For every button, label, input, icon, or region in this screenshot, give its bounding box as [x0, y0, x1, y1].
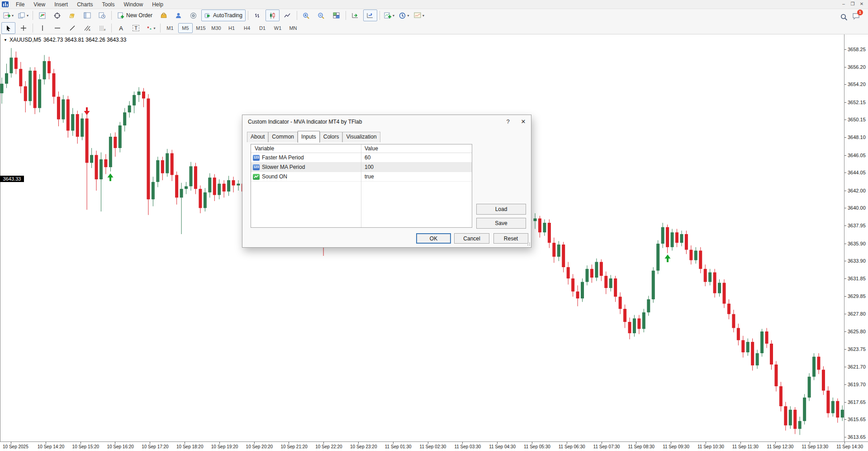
time-tick: 11 Sep 10:30	[697, 444, 724, 449]
toolbar-separator	[297, 11, 297, 20]
menu-item-window[interactable]: Window	[119, 1, 148, 8]
price-tick: 3658.25	[848, 47, 866, 52]
parameter-value[interactable]: 100	[361, 163, 374, 172]
channel-tool-button[interactable]: E	[80, 22, 94, 34]
crosshair-tool-button[interactable]	[16, 22, 30, 34]
price-tick: 3621.70	[848, 364, 866, 369]
arrows-tool-button[interactable]: ▾	[144, 22, 158, 34]
indicators-button[interactable]: ▾	[382, 10, 396, 21]
tab-about[interactable]: About	[247, 132, 268, 142]
table-row[interactable]: Sound ONtrue	[251, 172, 472, 182]
dialog-title: Custom Indicator - MVA Indicator MT4 by …	[248, 119, 362, 125]
horizontal-line-tool-button[interactable]	[50, 22, 64, 34]
candlestick-chart-button[interactable]	[266, 10, 280, 21]
chevron-down-icon: ▾	[422, 14, 424, 18]
timeframe-m5[interactable]: M5	[178, 23, 193, 33]
time-tick: 11 Sep 09:30	[663, 444, 689, 449]
expand-triangle-icon[interactable]: ▼	[4, 38, 7, 42]
parameter-value[interactable]: true	[361, 172, 374, 181]
time-tick: 11 Sep 06:30	[559, 444, 585, 449]
time-tick: 10 Sep 2025	[3, 444, 28, 449]
trendline-tool-button[interactable]	[65, 22, 79, 34]
terminal-button[interactable]	[80, 10, 94, 21]
toolbar-separator	[248, 11, 248, 20]
zoom-out-button[interactable]	[314, 10, 328, 21]
cursor-tool-button[interactable]	[1, 22, 15, 34]
reset-button[interactable]: Reset	[493, 233, 528, 244]
menu-item-insert[interactable]: Insert	[50, 1, 72, 8]
fibonacci-tool-button[interactable]: F	[95, 22, 109, 34]
menu-item-file[interactable]: File	[11, 1, 29, 8]
profiles-button[interactable]: ▾	[16, 10, 30, 21]
new-order-button[interactable]: New Order	[114, 10, 156, 21]
price-tick: 3642.00	[848, 188, 866, 193]
tab-visualization[interactable]: Visualization	[342, 132, 380, 142]
auto-scroll-button[interactable]	[348, 10, 362, 21]
parameter-label: Sound ON	[262, 172, 287, 181]
timeframe-m30[interactable]: M30	[209, 23, 223, 33]
table-row[interactable]: 123Faster MA Period60	[251, 153, 472, 163]
price-axis[interactable]: 3658.253656.203654.203652.153650.153648.…	[844, 34, 868, 441]
autotrading-button[interactable]: AutoTrading	[201, 10, 246, 21]
restore-button[interactable]: ❐	[848, 1, 857, 8]
navigator-button[interactable]	[65, 10, 79, 21]
resize-grip-icon[interactable]	[526, 243, 530, 246]
column-header-value[interactable]: Value	[361, 144, 378, 153]
time-tick: 10 Sep 19:20	[211, 444, 238, 449]
dialog-titlebar[interactable]: Custom Indicator - MVA Indicator MT4 by …	[242, 115, 531, 129]
tile-windows-button[interactable]	[329, 10, 343, 21]
line-chart-button[interactable]	[280, 10, 294, 21]
timeframe-m1[interactable]: M1	[163, 23, 177, 33]
chevron-down-icon: ▾	[407, 14, 409, 18]
custom-indicator-dialog[interactable]: Custom Indicator - MVA Indicator MT4 by …	[242, 115, 531, 248]
dialog-help-button[interactable]: ?	[500, 115, 516, 128]
data-window-button[interactable]	[50, 10, 64, 21]
minimize-button[interactable]: –	[839, 1, 848, 8]
timeframe-w1[interactable]: W1	[270, 23, 285, 33]
menu-item-help[interactable]: Help	[147, 1, 168, 8]
search-icon[interactable]	[840, 14, 848, 21]
periods-button[interactable]: ▾	[397, 10, 411, 21]
menu-item-tools[interactable]: Tools	[98, 1, 119, 8]
community-button[interactable]	[171, 10, 185, 21]
text-label-tool-button[interactable]: T	[129, 22, 143, 34]
timeframe-h4[interactable]: H4	[240, 23, 254, 33]
chart-shift-button[interactable]	[363, 10, 377, 21]
chat-icon[interactable]: 1	[852, 13, 860, 21]
tab-common[interactable]: Common	[268, 132, 298, 142]
load-button[interactable]: Load	[476, 204, 526, 215]
parameter-value[interactable]: 60	[361, 153, 370, 162]
templates-button[interactable]: ▾	[412, 10, 426, 21]
time-tick: 10 Sep 20:20	[246, 444, 273, 449]
news-button[interactable]	[186, 10, 200, 21]
close-button[interactable]: ✕	[857, 1, 866, 8]
column-divider[interactable]	[361, 144, 361, 227]
market-watch-button[interactable]	[35, 10, 49, 21]
deposit-button[interactable]	[157, 10, 171, 21]
cancel-button[interactable]: Cancel	[454, 233, 489, 244]
timeframe-mn[interactable]: MN	[286, 23, 300, 33]
zoom-in-button[interactable]	[299, 10, 313, 21]
menu-item-view[interactable]: View	[29, 1, 50, 8]
price-tick: 3644.05	[848, 170, 866, 175]
dialog-close-button[interactable]: ✕	[516, 115, 531, 128]
ok-button[interactable]: OK	[416, 233, 451, 244]
table-row[interactable]: 123Slower MA Period100	[251, 163, 472, 172]
timeframe-m15[interactable]: M15	[194, 23, 208, 33]
time-axis[interactable]: 10 Sep 202510 Sep 14:2010 Sep 15:2010 Se…	[0, 441, 868, 451]
vertical-line-tool-button[interactable]	[35, 22, 49, 34]
numeric-123-icon: 123	[253, 155, 260, 161]
menu-item-charts[interactable]: Charts	[72, 1, 97, 8]
price-tick: 3629.85	[848, 293, 866, 299]
parameters-table[interactable]: Variable Value 123Faster MA Period60123S…	[251, 144, 472, 228]
timeframe-h1[interactable]: H1	[224, 23, 239, 33]
column-header-variable[interactable]: Variable	[251, 144, 361, 153]
bar-chart-button[interactable]	[251, 10, 265, 21]
strategy-tester-button[interactable]	[95, 10, 109, 21]
timeframe-d1[interactable]: D1	[255, 23, 270, 33]
new-chart-button[interactable]: ▾	[1, 10, 15, 21]
tab-inputs[interactable]: Inputs	[298, 131, 320, 143]
tab-colors[interactable]: Colors	[320, 132, 343, 142]
text-tool-button[interactable]: A	[114, 22, 128, 34]
save-button[interactable]: Save	[476, 218, 526, 229]
